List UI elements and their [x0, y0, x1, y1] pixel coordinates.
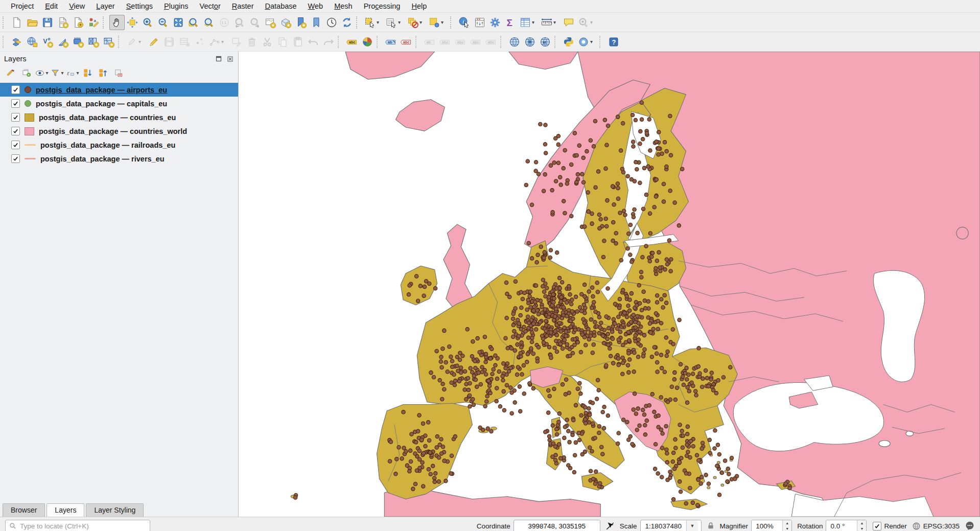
tab-layers[interactable]: Layers — [46, 503, 84, 517]
layer-checkbox[interactable] — [11, 113, 20, 122]
osm-place-search-button[interactable]: ▾ — [576, 34, 598, 50]
new-virtual-layer-button[interactable] — [86, 34, 101, 50]
data-source-manager-button[interactable] — [9, 34, 25, 50]
attribute-table-dropdown[interactable]: ▾ — [532, 20, 534, 25]
layer-checkbox[interactable] — [11, 85, 20, 94]
measure-line-button[interactable]: ▾ — [540, 15, 561, 30]
osm-place-search-dropdown[interactable]: ▾ — [590, 39, 593, 44]
refresh-map-button[interactable] — [339, 15, 355, 30]
pan-map-button[interactable] — [109, 15, 125, 30]
layer-diagram-button[interactable] — [360, 34, 375, 50]
highlight-pinned-labels-button[interactable]: abc — [399, 34, 414, 50]
style-manager-button[interactable]: a — [86, 15, 101, 30]
menu-edit[interactable]: Edit — [39, 1, 63, 12]
new-print-layout-button[interactable] — [55, 15, 71, 30]
layer-row[interactable]: postgis_data_package — capitals_eu — [0, 97, 238, 110]
layer-checkbox[interactable] — [11, 99, 20, 108]
field-calculator-button[interactable] — [472, 15, 487, 30]
expand-all-button[interactable] — [81, 66, 95, 80]
crs-globe-icon[interactable] — [912, 522, 921, 530]
zoom-out-button[interactable] — [155, 15, 171, 30]
lock-scale-icon[interactable] — [707, 522, 715, 530]
pin-labels-button[interactable]: ab — [383, 34, 399, 50]
layer-row[interactable]: postgis_data_package — rivers_eu — [0, 152, 238, 166]
menu-raster[interactable]: Raster — [226, 1, 260, 12]
filter-by-expression-button[interactable]: ε▾ — [65, 66, 79, 80]
metasearch-button[interactable] — [507, 34, 522, 50]
add-group-button[interactable] — [19, 66, 33, 80]
deselect-features-dropdown[interactable]: ▾ — [419, 20, 422, 25]
new-geopackage-layer-button[interactable] — [71, 34, 86, 50]
geocoder-dropdown[interactable]: ▾ — [590, 20, 593, 25]
add-vector-layer-button[interactable] — [25, 34, 40, 50]
menu-database[interactable]: Database — [259, 1, 302, 12]
identify-features-button[interactable]: i — [457, 15, 472, 30]
menu-plugins[interactable]: Plugins — [158, 1, 194, 12]
magnifier-spinbox[interactable]: 100% ▲▼ — [751, 520, 792, 531]
layer-labeling-button[interactable]: abc — [344, 34, 360, 50]
add-point-cloud-layer-button[interactable]: V — [40, 34, 55, 50]
menu-layer[interactable]: Layer — [90, 1, 120, 12]
layer-checkbox[interactable] — [11, 154, 20, 163]
show-spatial-bookmarks-button[interactable] — [309, 15, 324, 30]
web-globe-button[interactable] — [522, 34, 538, 50]
map-tips-button[interactable] — [561, 15, 576, 30]
coordinate-input[interactable]: 3998748, 3035195 — [514, 520, 600, 531]
menu-mesh[interactable]: Mesh — [329, 1, 358, 12]
layer-checkbox[interactable] — [11, 141, 20, 149]
layer-row[interactable]: postgis_data_package — railroads_eu — [0, 138, 238, 152]
remove-layer-button[interactable] — [111, 66, 125, 80]
render-checkbox[interactable] — [873, 522, 881, 530]
processing-toolbox-button[interactable] — [487, 15, 503, 30]
filter-legend-button[interactable]: ▾ — [50, 66, 64, 80]
globe-language-button[interactable]: at — [538, 34, 553, 50]
zoom-full-button[interactable] — [171, 15, 186, 30]
menu-help[interactable]: Help — [406, 1, 432, 12]
toggle-editing-button[interactable] — [146, 34, 161, 50]
tab-browser[interactable]: Browser — [3, 503, 45, 517]
measure-line-dropdown[interactable]: ▾ — [553, 20, 556, 25]
layer-row[interactable]: postgis_data_package — countries_world — [0, 124, 238, 138]
select-features-by-value-button[interactable]: ▾ — [384, 15, 406, 30]
zoom-to-selection-button[interactable] — [186, 15, 201, 30]
vertex-tool-dropdown[interactable]: ▾ — [221, 39, 224, 44]
new-spatial-bookmark-button[interactable] — [293, 15, 309, 30]
crs-status[interactable]: EPSG:3035 — [923, 522, 960, 530]
filter-legend-dropdown[interactable]: ▾ — [61, 71, 63, 76]
select-by-location-dropdown[interactable]: ▾ — [441, 20, 444, 25]
select-features-dropdown[interactable]: ▾ — [377, 20, 379, 25]
menu-settings[interactable]: Settings — [121, 1, 158, 12]
menu-project[interactable]: Project — [5, 1, 39, 12]
python-console-button[interactable] — [561, 34, 576, 50]
save-project-button[interactable] — [40, 15, 55, 30]
zoom-to-layer-button[interactable] — [201, 15, 217, 30]
new-map-view-button[interactable] — [263, 15, 278, 30]
open-project-button[interactable] — [25, 15, 40, 30]
layer-row[interactable]: postgis_data_package — airports_eu — [0, 83, 238, 97]
messages-button[interactable] — [965, 521, 975, 531]
select-by-location-button[interactable]: ▾ — [427, 15, 449, 30]
layer-checkbox[interactable] — [11, 127, 20, 135]
open-layer-styling-button[interactable] — [4, 66, 18, 80]
manage-map-themes-button[interactable]: ▾ — [35, 66, 49, 80]
attribute-table-button[interactable]: ▾ — [518, 15, 540, 30]
layer-row[interactable]: postgis_data_package — countries_eu — [0, 110, 238, 124]
collapse-all-button[interactable] — [96, 66, 110, 80]
scale-combobox[interactable]: 1:18037480 ▼ — [640, 520, 702, 531]
float-panel-button[interactable] — [215, 55, 223, 63]
menu-vector[interactable]: Vector — [194, 1, 226, 12]
new-3d-map-view-button[interactable] — [278, 15, 293, 30]
menu-web[interactable]: Web — [302, 1, 329, 12]
show-layout-manager-button[interactable] — [71, 15, 86, 30]
new-shapefile-layer-button[interactable] — [55, 34, 71, 50]
select-features-button[interactable]: ▾ — [363, 15, 384, 30]
toggle-extents-icon[interactable] — [605, 521, 615, 530]
manage-map-themes-dropdown[interactable]: ▾ — [45, 71, 48, 76]
zoom-in-button[interactable] — [140, 15, 155, 30]
locator-input[interactable]: Type to locate (Ctrl+K) — [5, 520, 150, 531]
close-panel-button[interactable] — [226, 55, 234, 63]
menu-view[interactable]: View — [63, 1, 90, 12]
new-mesh-layer-button[interactable] — [101, 34, 116, 50]
tab-layer-styling[interactable]: Layer Styling — [86, 503, 144, 517]
pan-to-selection-button[interactable] — [125, 15, 140, 30]
